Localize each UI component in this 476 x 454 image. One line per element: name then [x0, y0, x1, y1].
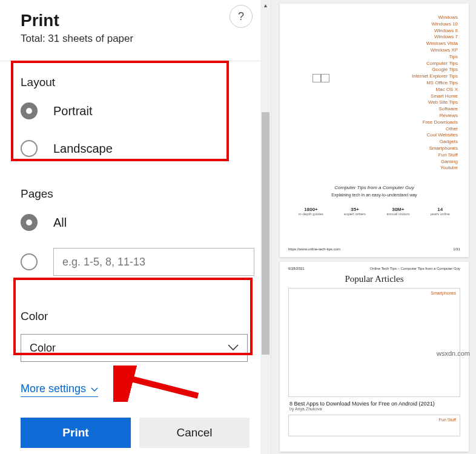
- preview-link-item: Smartphones: [288, 145, 458, 152]
- preview-heading: Popular Articles: [288, 274, 460, 284]
- print-settings-panel: Print Total: 31 sheets of paper ? Layout…: [0, 0, 271, 454]
- page-range-input[interactable]: [53, 248, 254, 276]
- preview-link-item: Free Downloads: [288, 119, 458, 126]
- cancel-button[interactable]: Cancel: [139, 418, 250, 448]
- preview-tagline: Computer Tips from a Computer Guy: [288, 185, 460, 190]
- more-settings-link[interactable]: More settings: [21, 382, 98, 397]
- preview-link-item: Mac OS X: [288, 87, 458, 93]
- annotation-highlight: [11, 61, 229, 161]
- preview-subtag: Explaining tech in an easy-to-understand…: [288, 193, 460, 197]
- preview-link-item: Other: [288, 126, 458, 133]
- radio-unselected-icon: [21, 253, 38, 270]
- scroll-thumb[interactable]: [262, 112, 269, 355]
- watermark: wsxdn.com: [437, 350, 470, 357]
- preview-link-item: Windows XP: [288, 47, 458, 54]
- preview-link-item: Computer Tips: [288, 61, 458, 67]
- image-placeholder-icon: [312, 74, 329, 82]
- preview-page-number: 1/31: [453, 247, 460, 251]
- preview-url: https://www.online-tech-tips.com: [288, 247, 340, 251]
- preview-doc-title: Online Tech Tips – Computer Tips from a …: [370, 267, 460, 270]
- preview-stat: 35+expert writers: [344, 207, 366, 216]
- preview-stat: 14years online: [431, 207, 450, 216]
- preview-link-item: Windows 8: [288, 28, 458, 35]
- preview-link-item: Windows Vista: [288, 41, 458, 47]
- scroll-up-icon[interactable]: ▴: [260, 0, 271, 10]
- pages-all-option[interactable]: All: [21, 214, 261, 231]
- total-sheets: Total: 31 sheets of paper: [21, 33, 250, 45]
- preview-link-item: Software: [288, 106, 458, 113]
- preview-category-tag: Smartphones: [431, 291, 456, 295]
- more-settings-label: More settings: [21, 382, 86, 395]
- preview-page-1: WindowsWindows 10Windows 8Windows 7Windo…: [280, 4, 469, 257]
- preview-link-item: Cool Websites: [288, 132, 458, 139]
- preview-link-item: Windows 10: [288, 21, 458, 28]
- preview-date: 6/28/2021: [288, 267, 305, 270]
- preview-stat: 1800+in-depth guides: [299, 207, 323, 216]
- print-button[interactable]: Print: [21, 418, 131, 448]
- preview-link-item: Gadgets: [288, 139, 458, 145]
- preview-link-item: Smart Home: [288, 93, 458, 100]
- preview-article-author: by Anya Zhukova: [289, 407, 460, 411]
- page-title: Print: [21, 11, 250, 30]
- help-button[interactable]: ?: [230, 5, 253, 28]
- preview-link-item: Google Tips: [288, 67, 458, 73]
- preview-article-title: 8 Best Apps to Download Movies for Free …: [289, 401, 460, 407]
- preview-stat: 30M+annual visitors: [386, 207, 409, 216]
- help-icon: ?: [238, 10, 244, 23]
- pages-custom-option[interactable]: [21, 248, 261, 276]
- preview-link-item: Gaming: [288, 159, 458, 165]
- preview-stats: 1800+in-depth guides35+expert writers30M…: [288, 207, 460, 216]
- pages-all-label: All: [53, 216, 67, 230]
- print-preview-panel: WindowsWindows 10Windows 8Windows 7Windo…: [271, 0, 476, 454]
- preview-article-card: Smartphones: [288, 288, 460, 397]
- preview-article-card: Fun Stuff: [288, 415, 460, 436]
- preview-category-tag: Fun Stuff: [439, 418, 456, 422]
- preview-link-item: Windows 7: [288, 34, 458, 41]
- preview-link-item: Tips: [288, 54, 458, 61]
- scrollbar[interactable]: ▴: [260, 0, 271, 454]
- chevron-down-icon: [91, 382, 98, 395]
- pages-label: Pages: [21, 187, 261, 201]
- preview-link-item: Youtube: [288, 165, 458, 172]
- radio-selected-icon: [21, 214, 38, 231]
- preview-link-item: Web Site Tips: [288, 99, 458, 106]
- preview-link-item: Fun Stuff: [288, 152, 458, 159]
- annotation-highlight: [13, 278, 253, 355]
- preview-link-item: Windows: [288, 15, 458, 21]
- preview-link-item: Reviews: [288, 113, 458, 119]
- preview-nav-links: WindowsWindows 10Windows 8Windows 7Windo…: [288, 15, 458, 172]
